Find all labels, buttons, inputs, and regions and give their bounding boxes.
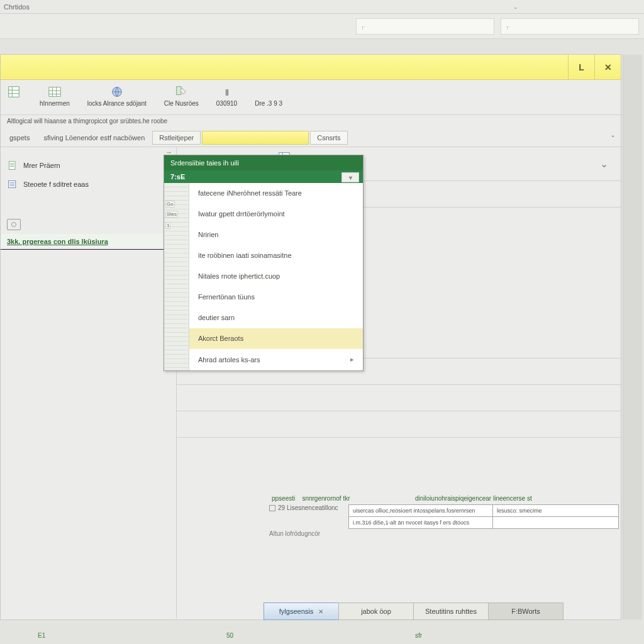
- status-b: 50: [226, 632, 415, 639]
- title-bar: Chrtidos ⌄: [0, 0, 644, 14]
- panel-item-0[interactable]: fatecene iNheröhnet ressäti Teare: [189, 183, 363, 204]
- svg-rect-11: [9, 162, 15, 170]
- tool-3-label: Cle Nusröes: [164, 100, 199, 107]
- tool-3[interactable]: Cle Nusröes: [164, 84, 199, 107]
- panel-item-6[interactable]: deutier sarn: [189, 308, 363, 328]
- nav-pane: → Mrer Präern Steoete f sditret eaas 3kk…: [1, 147, 177, 619]
- tool-5-label: Dre .3 9 3: [255, 100, 282, 107]
- infobox-checkbox-row[interactable]: 29 Lisesnenceatillonc: [269, 504, 338, 511]
- tool-1-label: hInnermen: [40, 100, 70, 107]
- ribbon-toolbar: hInnermen locks Alrance sdöjant Cle Nusr…: [1, 80, 621, 115]
- panel-item-7[interactable]: Akorct Beraots: [189, 328, 363, 349]
- tool-1[interactable]: hInnermen: [40, 84, 70, 107]
- svg-rect-0: [9, 87, 19, 97]
- status-a: E1: [38, 632, 226, 639]
- filter-icon[interactable]: ▾: [341, 172, 359, 182]
- bottom-tab-0[interactable]: fylgseensis ✕: [264, 602, 339, 620]
- nav-item-0-label: Mrer Präern: [23, 162, 60, 169]
- search-band: [0, 14, 644, 39]
- nav-item-2[interactable]: 3kk. prgereas con dlis lküsiura: [1, 234, 176, 250]
- tabstrip-chevron-icon[interactable]: ⌄: [610, 131, 616, 139]
- camera-icon: [7, 219, 21, 230]
- titlebar-caret-icon: ⌄: [513, 4, 518, 10]
- panel-ruler: Go Stes 1: [164, 183, 189, 370]
- panel-item-2[interactable]: Nririen: [189, 225, 363, 245]
- ribbon-l-button[interactable]: L: [568, 55, 594, 79]
- panel-list: fatecene iNheröhnet ressäti Teare Iwatur…: [189, 183, 363, 370]
- status-bar: E1 50 sfr: [38, 632, 644, 639]
- nav-item-2-label: 3kk. prgereas con dlis lküsiura: [7, 238, 108, 245]
- cell-0-0: uisercas ollioc,reösioert intosspelans.f…: [349, 505, 493, 517]
- bottom-tab-0-label: fylgseensis: [279, 608, 313, 615]
- info-box: ppseesti snnrgenrornof tkr diniloiunohra…: [269, 495, 619, 537]
- list-icon: [7, 179, 18, 190]
- grid-row-5: [177, 411, 621, 438]
- search-field-2[interactable]: [501, 18, 639, 35]
- panel-item-3[interactable]: ite roöbinen iaati soinamasitne: [189, 245, 363, 266]
- brush-icon: [173, 84, 189, 100]
- tab-2[interactable]: Rstleitjeper: [152, 131, 201, 145]
- cell-1-1[interactable]: [493, 517, 619, 529]
- tool-2[interactable]: locks Alrance sdöjant: [87, 84, 147, 107]
- sheet-icon: [6, 84, 22, 100]
- nav-item-0[interactable]: Mrer Präern: [1, 156, 176, 175]
- nav-item-1[interactable]: Steoete f sditret eaas: [1, 175, 176, 194]
- infobox-sub: Altun lofrödugncör: [269, 529, 619, 537]
- infobox-header-left: ppseesti snnrgenrornof tkr: [272, 495, 410, 502]
- panel-tab[interactable]: 7:sE ▾: [164, 170, 363, 183]
- tab-0[interactable]: gspets: [3, 131, 36, 144]
- ruler-mark-1: Stes: [165, 211, 178, 218]
- infobox-check-label: 29 Lisesnenceatillonc: [278, 504, 338, 511]
- blank-icon: [260, 84, 277, 100]
- close-icon[interactable]: ✕: [318, 608, 323, 615]
- panel-tab-label: 7:sE: [170, 173, 185, 180]
- infobox-header-right: diniloiunohraispiqeigencear lineencerse …: [415, 495, 616, 502]
- checkbox-icon[interactable]: [269, 505, 275, 511]
- panel-item-1[interactable]: Iwatur gpett drrtöerörlymoint: [189, 204, 363, 225]
- tab-highlight[interactable]: [202, 131, 309, 145]
- cell-1-0: i.m.316 di5e,1-alt än nvocet itasys f er…: [349, 517, 493, 529]
- globe-icon: [109, 84, 125, 100]
- nav-item-1-label: Steoete f sditret eaas: [23, 180, 89, 188]
- infobox-table: uisercas ollioc,reösioert intosspelans.f…: [348, 504, 619, 529]
- bottom-tab-3[interactable]: F:BWorts: [488, 602, 564, 620]
- grid-row-4: [177, 385, 621, 411]
- tool-4[interactable]: ||| 030910: [216, 84, 237, 107]
- tool-0[interactable]: [6, 84, 22, 100]
- ribbon-bar: L ✕: [1, 55, 621, 80]
- svg-rect-4: [49, 87, 60, 97]
- search-field-1[interactable]: [356, 18, 494, 35]
- panel-item-8-label: Ahrad artoles ks-ars: [198, 356, 260, 364]
- panel-item-8[interactable]: Ahrad artoles ks-ars ▸: [189, 349, 363, 370]
- grid-icon: [47, 84, 63, 100]
- bottom-tab-1[interactable]: jabok öop: [338, 602, 414, 620]
- cell-0-1: lesusco: smecime: [493, 505, 619, 517]
- tool-4-label: 030910: [216, 100, 237, 107]
- ruler-mark-0: Go: [165, 201, 175, 208]
- tab-controls[interactable]: Csnsrts: [310, 131, 347, 145]
- dropdown-panel: Srdensiibie taies ih uili 7:sE ▾ Go Stes…: [164, 155, 364, 371]
- table-row: uisercas ollioc,reösioert intosspelans.f…: [349, 505, 619, 517]
- tab-1[interactable]: sfiving Löenendor estf nacböwen: [37, 131, 151, 144]
- ribbon-close-button[interactable]: ✕: [594, 55, 621, 79]
- tool-5[interactable]: Dre .3 9 3: [255, 84, 282, 107]
- tool-2-label: locks Alrance sdöjant: [87, 100, 147, 107]
- status-c: sfr: [415, 632, 604, 639]
- page-icon: [7, 160, 18, 171]
- panel-title: Srdensiibie taies ih uili: [164, 155, 363, 170]
- ribbon-hint: Altlogical will hiaanse a thimgropicot g…: [1, 115, 621, 128]
- bottom-tabstrip: fylgseensis ✕ jabok öop Steutitins ruhtt…: [264, 602, 564, 620]
- submenu-arrow-icon: ▸: [350, 355, 354, 364]
- panel-item-5[interactable]: Fernertönan tüuns: [189, 287, 363, 308]
- table-row: i.m.316 di5e,1-alt än nvocet itasys f er…: [349, 517, 619, 529]
- barcode-icon: |||: [218, 84, 235, 100]
- nav-item-2-icon-row[interactable]: [1, 215, 176, 234]
- infobox-header: ppseesti snnrgenrornof tkr diniloiunohra…: [269, 495, 619, 504]
- panel-item-4[interactable]: Nitales rnote iphertict.cuop: [189, 266, 363, 287]
- app-name: Chrtidos: [4, 3, 30, 11]
- bottom-tab-2[interactable]: Steutitins ruhttes: [413, 602, 489, 620]
- secondary-tabstrip: gspets sfiving Löenendor estf nacböwen R…: [1, 128, 621, 147]
- content-toolbar-chevron-icon[interactable]: ⌄: [600, 158, 608, 170]
- ruler-mark-2: 1: [165, 222, 170, 229]
